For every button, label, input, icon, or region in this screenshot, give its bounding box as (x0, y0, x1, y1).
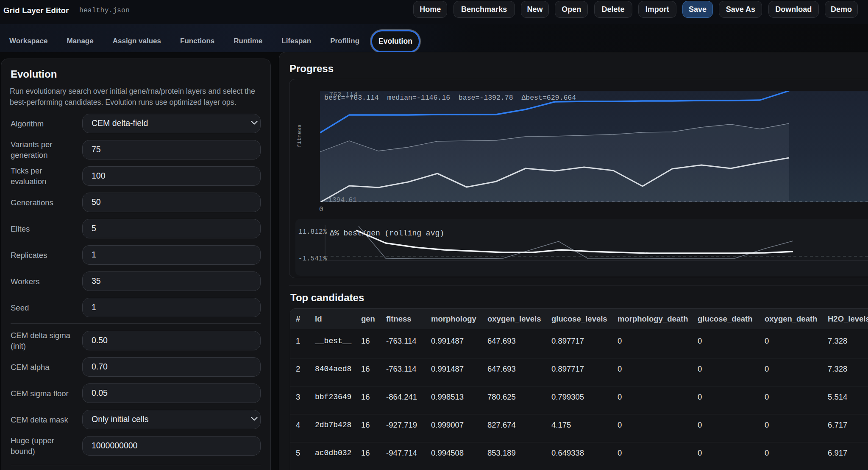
svg-text:-1394.61: -1394.61 (324, 196, 357, 202)
svg-text:11.812%: 11.812% (298, 228, 327, 236)
svg-text:best=-763.114 median=-1146.16: best=-763.114 median=-1146.16 base=-1392… (324, 94, 576, 102)
svg-text:Δ% best/gen (rolling avg): Δ% best/gen (rolling avg) (330, 229, 444, 238)
svg-text:-1.541%: -1.541% (298, 255, 327, 263)
